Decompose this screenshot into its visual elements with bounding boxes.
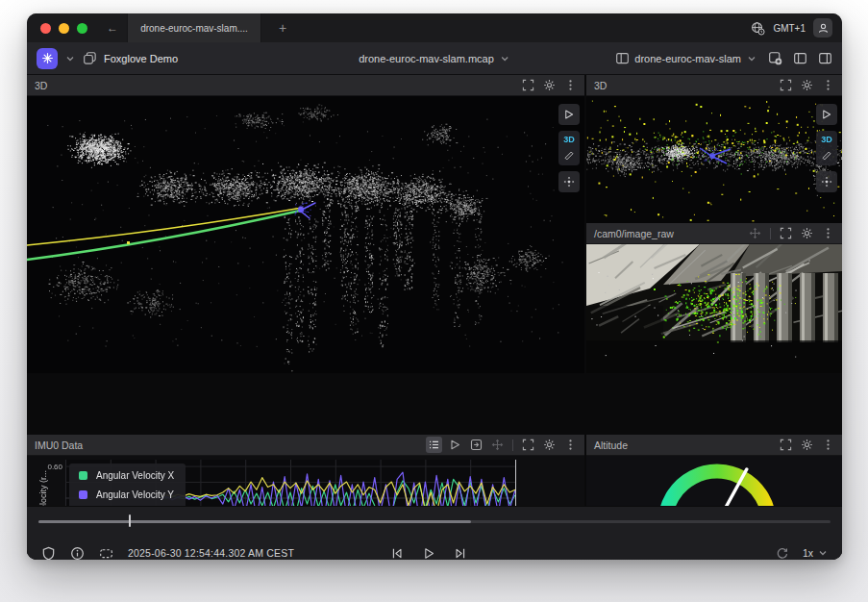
app-window: ← → drone-euroc-mav-slam.... + GMT+1 Fox… [27,13,842,560]
panel-header[interactable]: 3D [27,75,584,96]
orbit-icon [563,176,575,188]
timeline-scrubber[interactable] [38,519,831,525]
panel-menu-icon[interactable] [822,439,834,451]
org-icon [83,51,97,65]
fullscreen-icon[interactable] [522,79,534,91]
series-swatch [79,490,87,499]
layout-icon [615,51,630,65]
panel-3d-mini: 3D 3D [586,75,842,223]
settings-icon[interactable] [801,227,813,239]
window-titlebar: ← → drone-euroc-mav-slam.... + GMT+1 [27,13,842,42]
new-tab-button[interactable]: + [273,13,292,42]
timezone-label[interactable]: GMT+1 [773,23,806,34]
view-tools-group: 3D [816,131,837,165]
timeline-loaded-segment [38,520,471,523]
speed-label: 1x [803,547,813,559]
panel-title: /cam0/image_raw [594,228,674,239]
divider [770,228,771,239]
sync-view-button[interactable] [470,439,483,451]
panel-header[interactable]: 3D [586,75,842,96]
cursor-icon [821,109,832,120]
fullscreen-icon[interactable] [780,439,792,451]
divider [512,439,513,451]
fullscreen-icon[interactable] [780,79,792,91]
measure-tool-icon[interactable] [821,150,832,162]
camera-orbit-button[interactable] [558,171,580,192]
chevron-down-icon [499,53,510,64]
layout-selector[interactable]: drone-euroc-mav-slam [615,51,757,65]
panel-camera-image: /cam0/image_raw [586,223,842,373]
minimize-window-button[interactable] [59,23,69,34]
desktop-background: ← → drone-euroc-mav-slam.... + GMT+1 Fox… [0,0,868,602]
select-tool-button[interactable] [816,104,837,125]
panel-grid: 3D 3D [27,75,842,506]
panel-header[interactable]: IMU0 Data [27,435,584,456]
play-button[interactable] [422,546,436,561]
app-menu-chevron-icon[interactable] [64,53,76,64]
settings-icon[interactable] [543,79,556,91]
close-window-button[interactable] [40,23,51,34]
series-label: Angular Velocity Y [96,489,174,500]
playback-timestamp[interactable]: 2025-06-30 12:54:44.302 AM CEST [128,547,294,559]
loop-selection-button[interactable] [99,546,113,561]
app-logo-button[interactable] [37,48,58,69]
legend-item[interactable]: Angular Velocity Y [79,489,174,500]
timezone-globe-icon [751,21,765,36]
playback-bar: 2025-06-30 12:54:44.302 AM CEST 1x [27,506,842,560]
back-button[interactable]: ← [101,13,124,42]
fullscreen-icon[interactable] [780,227,792,239]
data-integrity-shield-button[interactable] [41,546,56,561]
view-tools-group: 3D [558,131,580,165]
panel-header[interactable]: /cam0/image_raw [586,223,842,244]
measure-tool-icon[interactable] [563,150,575,162]
series-swatch [79,471,87,480]
pointcloud-viewport[interactable] [586,96,842,223]
person-icon [817,22,830,35]
playback-info-button[interactable] [70,546,85,561]
playhead-marker[interactable] [129,514,131,527]
pan-tool-icon[interactable] [749,227,761,239]
panel-menu-icon[interactable] [822,227,834,239]
chevron-down-icon [817,547,829,559]
panel-title: 3D [594,80,607,91]
panel-menu-icon[interactable] [564,439,577,451]
camera-image-viewport[interactable] [586,244,842,373]
panel-header[interactable]: Altitude [586,435,842,456]
panel-menu-icon[interactable] [564,79,577,91]
repeat-button[interactable] [775,546,789,561]
org-name-label[interactable]: Foxglove Demo [104,53,178,64]
panel-title: 3D [35,80,47,91]
pointcloud-viewport[interactable] [27,96,584,373]
window-tab[interactable]: drone-euroc-mav-slam.... [127,13,261,42]
panel-3d-main: 3D 3D [27,75,584,373]
legend-toggle-button[interactable] [426,437,442,453]
hover-tooltip-button[interactable] [449,439,461,451]
maximize-window-button[interactable] [77,23,87,34]
panel-title: IMU0 Data [35,439,83,451]
user-avatar-button[interactable] [813,18,832,38]
camera-orbit-button[interactable] [816,171,837,192]
app-toolbar: Foxglove Demo drone-euroc-mav-slam.mcap … [27,42,842,75]
right-sidebar-toggle-button[interactable] [818,51,832,65]
settings-icon[interactable] [543,439,556,451]
orbit-icon [821,176,832,188]
seek-start-button[interactable] [390,546,405,561]
left-sidebar-toggle-button[interactable] [793,51,807,65]
timeline-track[interactable] [38,520,831,523]
settings-icon[interactable] [801,79,813,91]
fullscreen-icon[interactable] [522,439,534,451]
view-mode-3d-button[interactable]: 3D [821,135,832,144]
playback-speed-select[interactable]: 1x [803,547,829,559]
add-panel-button[interactable] [768,51,782,65]
legend-item[interactable]: Angular Velocity X [79,470,174,481]
foxglove-logo-icon [41,52,54,64]
cursor-icon [563,109,575,120]
select-tool-button[interactable] [558,104,580,125]
view-mode-3d-button[interactable]: 3D [563,135,575,144]
pan-tool-icon[interactable] [491,439,504,451]
data-source-selector[interactable]: drone-euroc-mav-slam.mcap [359,53,510,64]
seek-end-button[interactable] [454,546,468,561]
settings-icon[interactable] [801,439,813,451]
panel-menu-icon[interactable] [822,79,834,91]
series-label: Angular Velocity X [96,470,174,481]
